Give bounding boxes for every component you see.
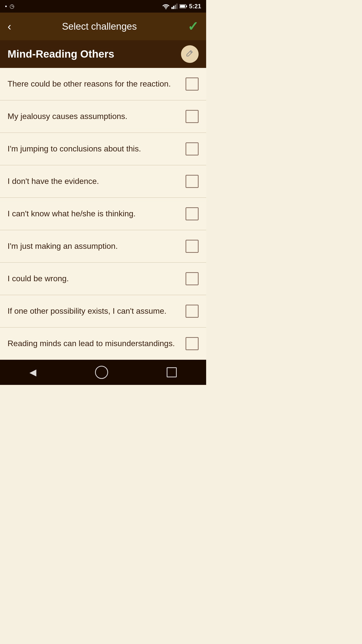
status-bar-left: ▪ ◷ xyxy=(5,3,14,10)
challenge-item[interactable]: There could be other reasons for the rea… xyxy=(0,68,206,100)
challenge-item[interactable]: I don't have the evidence. xyxy=(0,165,206,198)
nav-recent-button[interactable] xyxy=(167,367,177,377)
challenge-text: I can't know what he/she is thinking. xyxy=(8,209,186,219)
challenge-checkbox[interactable] xyxy=(186,337,199,350)
category-header: Mind-Reading Others xyxy=(0,40,206,68)
challenge-text: My jealousy causes assumptions. xyxy=(8,111,186,122)
nav-back-button[interactable]: ◀ xyxy=(29,367,36,378)
challenge-checkbox[interactable] xyxy=(186,175,199,188)
challenge-checkbox[interactable] xyxy=(186,110,199,123)
time-display: 5:21 xyxy=(189,3,201,10)
challenge-checkbox[interactable] xyxy=(186,305,199,318)
bottom-nav: ◀ xyxy=(0,360,206,385)
edit-button[interactable] xyxy=(181,45,199,63)
wifi-icon xyxy=(162,4,169,9)
challenge-item[interactable]: I'm jumping to conclusions about this. xyxy=(0,133,206,165)
category-title: Mind-Reading Others xyxy=(8,48,114,60)
status-bar-right: 5:21 xyxy=(162,3,201,10)
sd-card-icon: ▪ xyxy=(5,3,7,10)
challenge-text: I don't have the evidence. xyxy=(8,176,186,187)
back-button[interactable]: ‹ xyxy=(8,21,11,32)
challenge-checkbox[interactable] xyxy=(186,77,199,91)
challenge-item[interactable]: I could be wrong. xyxy=(0,263,206,295)
challenge-checkbox[interactable] xyxy=(186,142,199,155)
svg-rect-1 xyxy=(171,7,173,9)
challenge-item[interactable]: I can't know what he/she is thinking. xyxy=(0,198,206,230)
svg-rect-3 xyxy=(175,5,176,9)
svg-rect-7 xyxy=(186,6,187,7)
challenge-text: Reading minds can lead to misunderstandi… xyxy=(8,338,186,349)
battery-icon xyxy=(179,4,187,9)
challenge-text: I'm jumping to conclusions about this. xyxy=(8,144,186,154)
app-bar-title: Select challenges xyxy=(62,21,137,32)
svg-rect-4 xyxy=(176,4,177,9)
alarm-icon: ◷ xyxy=(10,3,14,10)
signal-icon xyxy=(171,4,177,9)
challenge-text: If one other possibility exists, I can't… xyxy=(8,306,186,316)
edit-icon xyxy=(185,49,194,60)
app-bar: ‹ Select challenges ✓ xyxy=(0,13,206,40)
challenge-item[interactable]: I'm just making an assumption. xyxy=(0,230,206,263)
challenge-item[interactable]: Reading minds can lead to misunderstandi… xyxy=(0,328,206,360)
challenge-item[interactable]: My jealousy causes assumptions. xyxy=(0,100,206,133)
challenge-checkbox[interactable] xyxy=(186,207,199,220)
challenge-text: I could be wrong. xyxy=(8,273,186,284)
challenge-checkbox[interactable] xyxy=(186,272,199,285)
challenge-item[interactable]: If one other possibility exists, I can't… xyxy=(0,295,206,328)
challenge-text: I'm just making an assumption. xyxy=(8,241,186,252)
svg-point-0 xyxy=(165,8,166,9)
nav-home-button[interactable] xyxy=(95,366,108,379)
confirm-button[interactable]: ✓ xyxy=(188,19,199,34)
challenge-list: There could be other reasons for the rea… xyxy=(0,68,206,360)
svg-rect-2 xyxy=(173,6,174,9)
status-bar: ▪ ◷ 5:21 xyxy=(0,0,206,13)
svg-rect-6 xyxy=(180,5,185,8)
challenge-checkbox[interactable] xyxy=(186,240,199,253)
challenge-text: There could be other reasons for the rea… xyxy=(8,79,186,89)
